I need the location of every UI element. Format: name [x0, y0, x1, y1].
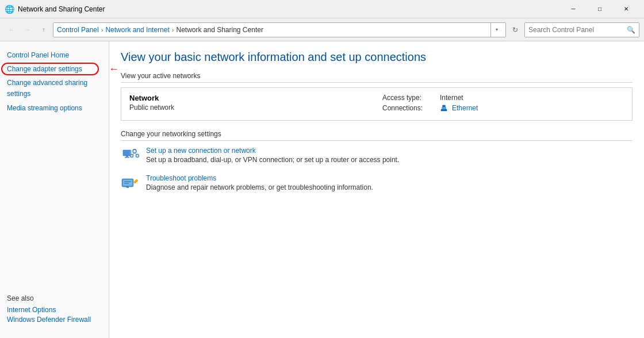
troubleshoot-content: Troubleshoot problems Diagnose and repai… — [146, 174, 373, 191]
change-settings-title: Change your networking settings — [121, 130, 632, 141]
network-name: Network — [129, 94, 371, 102]
network-name-col: Network Public network — [129, 94, 371, 114]
content-area: View your basic network information and … — [109, 41, 644, 338]
svg-rect-4 — [442, 105, 445, 107]
title-bar-buttons: ─ □ ✕ — [560, 0, 639, 18]
see-also-windows-defender[interactable]: Windows Defender Firewall — [7, 316, 102, 324]
svg-rect-20 — [133, 179, 138, 183]
troubleshoot-icon — [121, 174, 139, 193]
svg-rect-1 — [442, 107, 443, 109]
sidebar-item-change-advanced-sharing[interactable]: Change advanced sharingsettings — [0, 76, 109, 101]
setup-connection-desc: Set up a broadband, dial-up, or VPN conn… — [146, 156, 399, 164]
sidebar: Control Panel Home Change adapter settin… — [0, 41, 109, 338]
svg-rect-13 — [130, 150, 139, 158]
access-type-row: Access type: Internet — [382, 94, 624, 102]
page-title: View your basic network information and … — [121, 51, 632, 64]
search-box: 🔍 — [524, 22, 639, 37]
svg-rect-6 — [126, 156, 128, 157]
breadcrumb-current: Network and Sharing Center — [176, 26, 263, 34]
breadcrumb-network-internet[interactable]: Network and Internet — [105, 26, 169, 34]
svg-rect-15 — [123, 180, 132, 186]
sidebar-item-media-streaming[interactable]: Media streaming options — [0, 101, 109, 115]
connections-label: Connections: — [382, 104, 440, 112]
svg-rect-5 — [123, 150, 131, 156]
connections-value[interactable]: Ethernet — [452, 104, 478, 112]
search-icon: 🔍 — [627, 26, 635, 34]
forward-button[interactable]: → — [21, 23, 34, 37]
sidebar-item-change-adapter-settings[interactable]: Change adapter settings — [0, 62, 109, 76]
troubleshoot-title[interactable]: Troubleshoot problems — [146, 174, 373, 182]
close-button[interactable]: ✕ — [613, 0, 639, 18]
svg-rect-2 — [443, 107, 444, 109]
setup-connection-content: Set up a new connection or network Set u… — [146, 147, 399, 164]
svg-rect-0 — [441, 109, 447, 112]
app-icon: 🌐 — [5, 5, 14, 14]
sidebar-item-control-panel-home[interactable]: Control Panel Home — [0, 48, 109, 62]
action-setup-connection: Set up a new connection or network Set u… — [121, 147, 632, 165]
network-info-col: Access type: Internet Connections: — [371, 94, 624, 114]
network-box: Network Public network Access type: Inte… — [121, 87, 632, 121]
active-networks-title: View your active networks — [121, 72, 632, 83]
breadcrumb-control-panel[interactable]: Control Panel — [57, 26, 99, 34]
address-bar: ← → ↑ Control Panel › Network and Intern… — [0, 18, 644, 41]
minimize-button[interactable]: ─ — [560, 0, 586, 18]
network-type: Public network — [129, 103, 371, 112]
ethernet-icon — [440, 104, 450, 112]
breadcrumb-bar: Control Panel › Network and Internet › N… — [53, 22, 506, 37]
troubleshoot-desc: Diagnose and repair network problems, or… — [146, 183, 373, 191]
refresh-button[interactable]: ↻ — [508, 23, 522, 37]
breadcrumb-dropdown-button[interactable]: ▾ — [490, 22, 502, 37]
svg-rect-19 — [126, 187, 129, 188]
search-input[interactable] — [528, 26, 627, 34]
see-also-internet-options[interactable]: Internet Options — [7, 306, 102, 314]
main-layout: Control Panel Home Change adapter settin… — [0, 41, 644, 338]
action-troubleshoot: Troubleshoot problems Diagnose and repai… — [121, 174, 632, 193]
connections-row: Connections: Ethernet — [382, 104, 624, 112]
title-bar: 🌐 Network and Sharing Center ─ □ ✕ — [0, 0, 644, 18]
setup-connection-title[interactable]: Set up a new connection or network — [146, 147, 399, 155]
access-type-value: Internet — [440, 94, 463, 102]
svg-rect-7 — [125, 157, 129, 158]
access-type-label: Access type: — [382, 94, 440, 102]
back-button[interactable]: ← — [5, 23, 18, 37]
see-also-section: See also Internet Options Windows Defend… — [0, 287, 109, 332]
svg-rect-3 — [445, 107, 446, 109]
see-also-title: See also — [7, 294, 102, 302]
title-bar-text: Network and Sharing Center — [18, 5, 560, 13]
network-row: Network Public network Access type: Inte… — [129, 94, 624, 114]
up-button[interactable]: ↑ — [37, 23, 51, 37]
setup-connection-icon — [121, 147, 139, 165]
maximize-button[interactable]: □ — [586, 0, 613, 18]
